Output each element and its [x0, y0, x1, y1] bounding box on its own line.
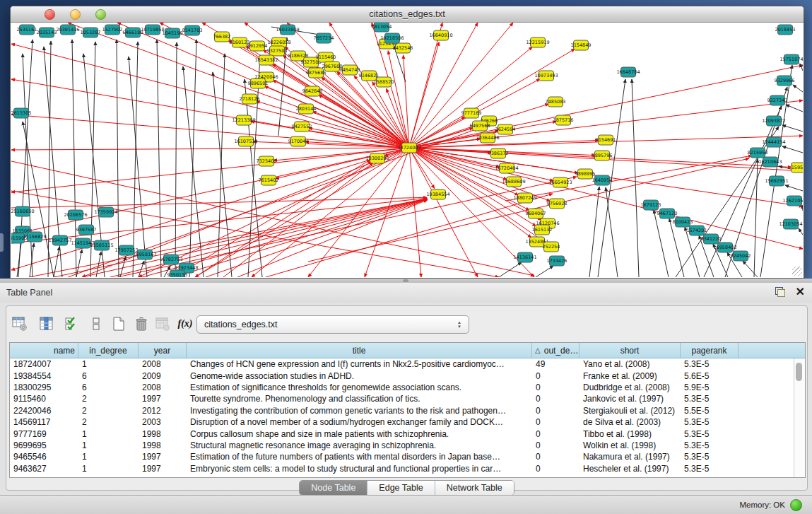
- network-node[interactable]: 9777169: [461, 108, 482, 118]
- table-row[interactable]: 977716911998Corpus callosum shape and si…: [10, 428, 794, 439]
- window-resize-grip[interactable]: [792, 267, 802, 276]
- column-header-year[interactable]: year: [139, 343, 187, 358]
- network-node[interactable]: 16648784: [616, 67, 640, 77]
- network-node[interactable]: 12213389: [232, 115, 255, 125]
- network-node[interactable]: 766382: [213, 32, 231, 42]
- network-node[interactable]: 19384554: [426, 189, 449, 199]
- tab-network-table[interactable]: Network Table: [435, 481, 514, 495]
- table-row[interactable]: 946362711997Embryonic stem cells: a mode…: [10, 463, 794, 474]
- network-node[interactable]: 9341220: [701, 234, 722, 244]
- network-node[interactable]: 15692951: [765, 176, 788, 186]
- network-canvas[interactable]: 7663829160123891295418226058932750316543…: [11, 23, 803, 277]
- network-node[interactable]: 20391436: [56, 25, 79, 35]
- table-mode-icon[interactable]: [11, 315, 29, 333]
- network-node[interactable]: 6466180: [123, 28, 143, 37]
- table-row[interactable]: 911546021997Tourette syndrome. Phenomeno…: [10, 393, 794, 404]
- column-header-title[interactable]: title: [187, 343, 532, 358]
- rows-icon[interactable]: [87, 315, 105, 333]
- table-row[interactable]: 1938455462009Genome-wide association stu…: [10, 370, 794, 381]
- network-node[interactable]: 7386372: [488, 148, 509, 158]
- network-node[interactable]: 9227343: [767, 95, 788, 105]
- network-node[interactable]: 2535161: [17, 25, 37, 35]
- row-select-icon[interactable]: [63, 315, 81, 333]
- network-node[interactable]: 1615132: [532, 225, 553, 235]
- network-node[interactable]: 14136141: [513, 252, 536, 262]
- table-selector-dropdown[interactable]: citations_edges.txt ▲▼: [196, 315, 469, 334]
- column-header-outde[interactable]: △out_de…: [532, 343, 579, 358]
- network-node[interactable]: 1588520: [374, 77, 394, 87]
- table-row[interactable]: 2242004622012Investigating the contribut…: [10, 405, 794, 416]
- network-node[interactable]: 7857234: [314, 33, 334, 43]
- column-header-name[interactable]: name: [10, 343, 78, 358]
- table-row[interactable]: 946554611997Estimation of the future num…: [10, 451, 794, 462]
- network-node[interactable]: 9896501: [248, 78, 269, 88]
- new-column-icon[interactable]: [110, 315, 128, 333]
- table-row[interactable]: 1456911722003Disruption of a novel membe…: [10, 416, 794, 428]
- network-node[interactable]: 2718126: [240, 94, 260, 104]
- network-node[interactable]: 1875716: [553, 115, 574, 125]
- column-header-pagerank[interactable]: pagerank: [681, 343, 739, 358]
- network-node[interactable]: 12103054: [779, 219, 802, 229]
- network-window-titlebar[interactable]: citations_edges.txt: [11, 6, 804, 23]
- table-row[interactable]: 969969511998Structural magnetic resonanc…: [10, 440, 794, 451]
- network-node[interactable]: 16640910: [429, 30, 452, 40]
- network-node[interactable]: 2803144: [296, 104, 317, 114]
- network-node[interactable]: 16033809: [276, 25, 299, 35]
- network-node[interactable]: 6497568: [470, 121, 490, 131]
- network-node[interactable]: 1154849: [571, 40, 592, 50]
- network-node[interactable]: 20206576: [64, 210, 87, 220]
- network-node[interactable]: 2018453: [775, 25, 796, 35]
- network-node[interactable]: 8454743: [340, 65, 360, 75]
- table-row[interactable]: 1872400712008Changes of HCN gene express…: [10, 358, 794, 370]
- network-node[interactable]: 2035143: [37, 28, 57, 37]
- network-node[interactable]: 1574201: [687, 226, 707, 235]
- network-node[interactable]: 9115460: [316, 52, 336, 62]
- network-node[interactable]: 9154691: [596, 135, 616, 145]
- network-node[interactable]: 9170044: [288, 136, 309, 146]
- network-node[interactable]: 252254: [543, 242, 560, 252]
- function-builder-icon[interactable]: f(x): [176, 315, 194, 333]
- network-node[interactable]: 9350135: [167, 270, 188, 277]
- import-table-icon[interactable]: [153, 315, 172, 333]
- network-node[interactable]: 7485083: [546, 97, 566, 107]
- network-node[interactable]: 7615402: [259, 175, 279, 185]
- network-node[interactable]: 2615305: [11, 108, 31, 118]
- network-node[interactable]: 10688609: [502, 177, 525, 187]
- network-node[interactable]: 12093872: [762, 116, 785, 126]
- network-node[interactable]: 8541703: [182, 25, 203, 35]
- network-node[interactable]: 9327503: [267, 46, 288, 56]
- tab-node-table[interactable]: Node Table: [300, 481, 367, 495]
- close-panel-icon[interactable]: ✕: [796, 286, 805, 298]
- network-node[interactable]: 10719858: [141, 25, 164, 35]
- table-row[interactable]: 1830029562008Estimation of significance …: [10, 382, 794, 393]
- network-node[interactable]: 1679123: [641, 200, 661, 210]
- network-node[interactable]: 3624594: [495, 124, 516, 134]
- scrollbar-thumb[interactable]: [796, 363, 802, 381]
- network-window[interactable]: citations_edges.txt 76638291601238912954…: [10, 6, 804, 279]
- network-node[interactable]: 9397587: [76, 225, 97, 235]
- network-node[interactable]: 1733426: [547, 256, 567, 266]
- network-node[interactable]: 8100423: [673, 217, 693, 227]
- network-node[interactable]: 7325402: [257, 156, 277, 166]
- network-node[interactable]: 16782753: [159, 255, 182, 264]
- network-node[interactable]: 10973493: [534, 71, 558, 81]
- network-node[interactable]: 9842848: [302, 86, 323, 96]
- table-scrollbar[interactable]: [794, 358, 805, 477]
- float-panel-icon[interactable]: [775, 286, 786, 298]
- column-visibility-icon[interactable]: [37, 315, 56, 333]
- network-node[interactable]: 12621053: [782, 196, 803, 206]
- column-header-indegree[interactable]: in_degree: [78, 343, 139, 358]
- network-node[interactable]: 9875685: [306, 68, 326, 78]
- network-node[interactable]: 15958: [792, 163, 804, 173]
- panel-collapse-handle[interactable]: [0, 233, 4, 252]
- network-node[interactable]: 1045190: [163, 28, 183, 38]
- network-node[interactable]: 16107534: [234, 136, 257, 146]
- network-node[interactable]: 9684067: [526, 209, 546, 218]
- network-node[interactable]: 1895796: [592, 151, 613, 160]
- tab-edge-table[interactable]: Edge Table: [367, 481, 435, 495]
- network-node[interactable]: 15751074: [779, 54, 803, 64]
- delete-column-icon[interactable]: [132, 315, 151, 333]
- network-node[interactable]: 9467120: [657, 209, 678, 218]
- network-node[interactable]: 1527902: [102, 25, 123, 35]
- network-node[interactable]: 12215919: [526, 37, 549, 47]
